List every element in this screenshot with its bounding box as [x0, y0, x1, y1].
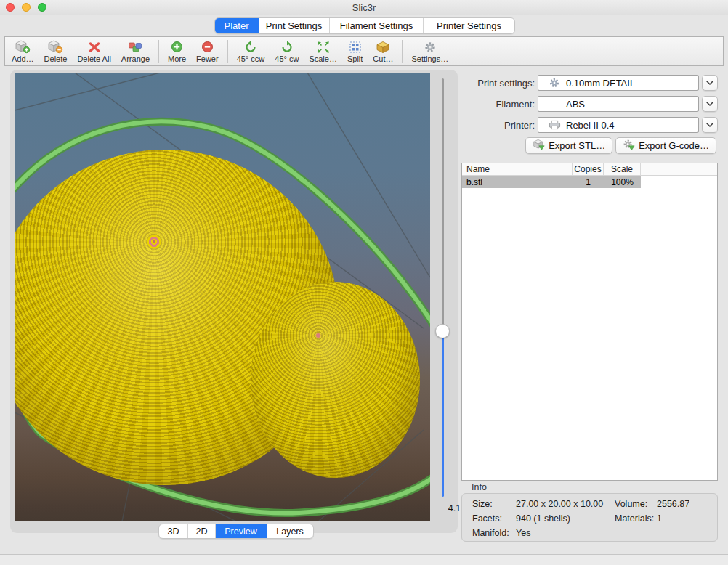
toolbar: Add… Delete Delete All — [4, 36, 724, 66]
info-materials-label: Materials: — [615, 513, 657, 524]
cell-copies: 1 — [573, 176, 604, 188]
delete-all-button[interactable]: Delete All — [72, 38, 116, 65]
settings-button[interactable]: Settings… — [406, 38, 453, 65]
top-infill-pink-large — [145, 232, 163, 251]
column-header-scale[interactable]: Scale — [604, 163, 641, 175]
toolbar-label: Add… — [12, 54, 34, 63]
info-size-value: 27.00 x 20.00 x 10.00 — [516, 499, 615, 509]
viewport-3d[interactable] — [15, 73, 430, 521]
toolbar-label: 45° cw — [275, 54, 299, 63]
chevron-down-icon — [706, 123, 713, 127]
split-button[interactable]: Split — [342, 38, 368, 65]
view-tab-preview[interactable]: Preview — [216, 524, 267, 538]
window-title: Slic3r — [0, 2, 728, 13]
info-box: Size: 27.00 x 20.00 x 10.00 Volume: 2556… — [461, 493, 718, 542]
fewer-button[interactable]: Fewer — [191, 38, 224, 65]
top-infill-pink-small — [315, 332, 322, 339]
print-settings-label: Print settings: — [461, 78, 535, 89]
more-button[interactable]: More — [163, 38, 191, 65]
toolbar-label: Scale… — [309, 54, 337, 63]
filament-row: Filament: ABS — [461, 96, 718, 112]
export-stl-button[interactable]: Export STL… — [525, 137, 612, 154]
filament-value: ABS — [566, 99, 585, 110]
column-header-copies[interactable]: Copies — [573, 163, 604, 175]
filament-select[interactable]: ABS — [538, 96, 699, 112]
object-list-table: Name Copies Scale b.stl 1 100% — [461, 163, 718, 481]
add-icon — [15, 40, 31, 54]
view-tab-2d[interactable]: 2D — [188, 524, 216, 538]
view-tab-3d[interactable]: 3D — [159, 524, 188, 538]
scale-button[interactable]: Scale… — [304, 38, 342, 65]
cut-button[interactable]: Cut… — [368, 38, 398, 65]
delete-button[interactable]: Delete — [39, 38, 73, 65]
toolbar-label: 45° ccw — [237, 54, 265, 63]
rotate-ccw-icon — [244, 40, 257, 54]
filament-label: Filament: — [461, 99, 535, 110]
toolbar-label: Cut… — [373, 54, 393, 63]
export-stl-label: Export STL… — [549, 140, 605, 151]
arrange-icon — [128, 40, 142, 54]
print-settings-dropdown-button[interactable] — [702, 75, 718, 91]
toolbar-label: Delete — [44, 54, 68, 63]
printer-label: Printer: — [461, 120, 535, 131]
titlebar: Slic3r — [0, 0, 728, 15]
info-manifold-label: Manifold: — [472, 528, 516, 538]
rotate-ccw-button[interactable]: 45° ccw — [232, 38, 270, 65]
export-stl-icon — [533, 139, 545, 153]
info-materials-value: 1 — [657, 513, 711, 524]
layer-slider-track[interactable] — [442, 78, 444, 331]
print-settings-select[interactable]: 0.10mm DETAIL — [538, 75, 699, 91]
info-facets-label: Facets: — [472, 513, 516, 524]
printer-icon — [548, 118, 561, 131]
print-settings-value: 0.10mm DETAIL — [566, 78, 635, 89]
printer-value: Rebel II 0.4 — [566, 120, 615, 131]
toolbar-label: Fewer — [196, 54, 219, 63]
printer-dropdown-button[interactable] — [702, 117, 718, 133]
print-settings-row: Print settings: 0.10mm DETAIL — [461, 75, 718, 91]
chevron-down-icon — [706, 81, 713, 85]
column-header-name[interactable]: Name — [462, 163, 573, 175]
split-icon — [349, 40, 362, 54]
export-gcode-button[interactable]: Export G-code… — [615, 137, 716, 154]
export-buttons: Export STL… Export G-code… — [525, 137, 716, 154]
cell-name: b.stl — [462, 176, 573, 188]
layer-slider-handle[interactable] — [435, 324, 450, 338]
settings-sidebar: Print settings: 0.10mm DETAIL Filament: … — [461, 70, 718, 542]
info-size-label: Size: — [472, 499, 516, 509]
toolbar-label: Arrange — [121, 54, 150, 63]
tab-print-settings[interactable]: Print Settings — [259, 18, 330, 33]
toolbar-label: Settings… — [411, 54, 448, 63]
arrange-button[interactable]: Arrange — [116, 38, 155, 65]
toolbar-separator — [402, 40, 403, 63]
main-tab-bar: Plater Print Settings Filament Settings … — [214, 17, 515, 34]
tab-plater[interactable]: Plater — [215, 18, 259, 33]
rotate-cw-button[interactable]: 45° cw — [270, 38, 304, 65]
chevron-down-icon — [706, 102, 713, 106]
add-button[interactable]: Add… — [7, 38, 39, 65]
cell-scale: 100% — [604, 176, 641, 188]
info-section-title: Info — [472, 482, 487, 492]
tab-printer-settings[interactable]: Printer Settings — [424, 18, 514, 33]
fewer-icon — [201, 40, 214, 54]
info-manifold-value: Yes — [516, 528, 615, 538]
plater-view-panel: 4.10 3D 2D Preview Layers — [10, 70, 458, 533]
delete-icon — [47, 40, 63, 54]
model-shading — [251, 282, 420, 478]
export-gcode-icon — [623, 139, 635, 153]
toolbar-label: Split — [347, 54, 363, 63]
table-row-selected[interactable]: b.stl 1 100% — [462, 176, 641, 188]
filament-dropdown-button[interactable] — [702, 96, 718, 112]
status-bar — [0, 554, 728, 565]
more-icon — [171, 40, 183, 54]
view-tab-layers[interactable]: Layers — [267, 524, 313, 538]
printer-select[interactable]: Rebel II 0.4 — [538, 117, 699, 133]
tab-filament-settings[interactable]: Filament Settings — [330, 18, 424, 33]
printer-row: Printer: Rebel II 0.4 — [461, 117, 718, 133]
layer-slider-track-filled[interactable] — [442, 331, 444, 497]
model-small-dome[interactable] — [251, 282, 420, 478]
delete-all-icon — [88, 40, 101, 54]
rotate-cw-icon — [280, 40, 294, 54]
view-tab-bar: 3D 2D Preview Layers — [158, 524, 314, 539]
info-volume-value: 2556.87 — [657, 499, 711, 509]
info-facets-value: 940 (1 shells) — [516, 513, 615, 524]
